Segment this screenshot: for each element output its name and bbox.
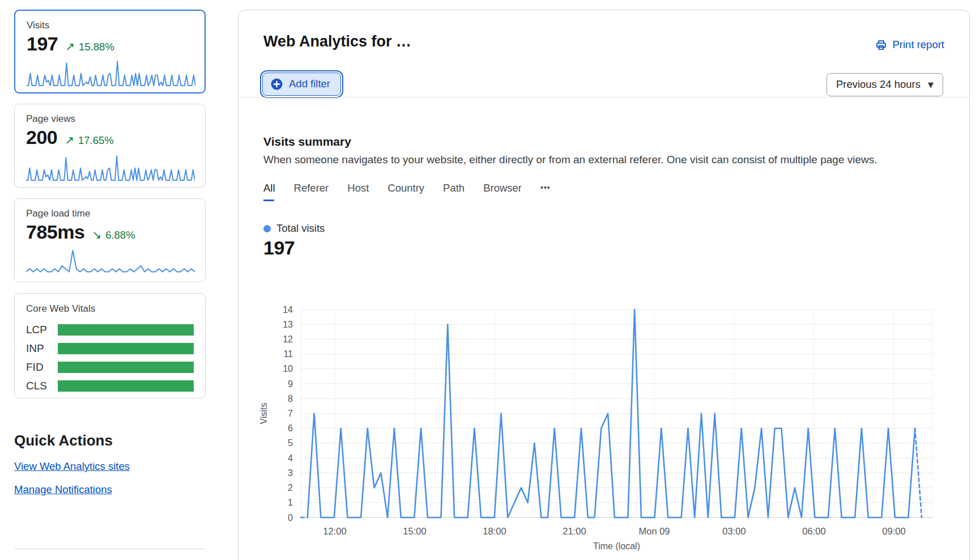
tab-browser[interactable]: Browser	[483, 182, 522, 201]
tab-path[interactable]: Path	[443, 182, 465, 201]
metric-value: 785ms	[26, 221, 84, 243]
metric-delta: 6.88%	[105, 229, 135, 241]
trend-up-icon: ↗	[65, 40, 75, 53]
svg-text:Visits: Visits	[259, 403, 269, 425]
metric-value-row: 197↗15.88%	[27, 33, 193, 55]
vital-label: LCP	[26, 324, 58, 336]
metric-title: Page views	[26, 113, 194, 125]
plus-circle-icon	[271, 78, 283, 90]
vital-status-fill	[58, 324, 194, 336]
svg-text:03:00: 03:00	[722, 526, 745, 536]
add-filter-button[interactable]: Add filter	[262, 73, 341, 96]
svg-text:2: 2	[288, 483, 293, 493]
svg-text:11: 11	[283, 349, 293, 359]
link-view-web-analytics-sites[interactable]: View Web Analytics sites	[14, 460, 130, 473]
svg-text:5: 5	[288, 438, 293, 448]
metric-title: Visits	[27, 20, 193, 31]
divider	[14, 549, 206, 549]
svg-text:8: 8	[288, 394, 293, 404]
vital-row-fid: FID	[26, 361, 194, 374]
vital-label: CLS	[26, 380, 58, 392]
svg-text:21:00: 21:00	[563, 526, 586, 536]
trend-up-icon: ↗	[65, 133, 74, 147]
printer-icon	[875, 39, 887, 51]
more-tabs-button[interactable]: •••	[540, 183, 551, 200]
vital-status-fill	[58, 343, 194, 354]
analytics-panel: Web Analytics for … Print report Add fil…	[238, 10, 970, 560]
tab-country[interactable]: Country	[387, 182, 424, 201]
metric-value-row: 785ms↘6.88%	[26, 221, 194, 243]
metric-title: Page load time	[26, 208, 194, 219]
vital-row-lcp: LCP	[26, 324, 194, 336]
section-title: Visits summary	[263, 135, 351, 149]
page: Visits197↗15.88%Page views200↗17.65%Page…	[0, 0, 980, 560]
svg-text:4: 4	[288, 453, 293, 463]
legend-dot-icon	[263, 225, 271, 232]
svg-text:12: 12	[283, 334, 293, 344]
svg-text:10: 10	[283, 364, 293, 374]
quick-actions-title: Quick Actions	[14, 432, 130, 449]
svg-text:9: 9	[288, 379, 293, 389]
caret-down-icon: ▼	[928, 80, 934, 89]
print-report-link[interactable]: Print report	[875, 39, 944, 51]
link-manage-notifications[interactable]: Manage Notifications	[14, 483, 112, 496]
svg-text:18:00: 18:00	[483, 526, 506, 536]
dimension-tabs: AllRefererHostCountryPathBrowser•••	[263, 182, 551, 201]
metric-value: 200	[26, 126, 57, 149]
svg-text:13: 13	[283, 320, 293, 329]
add-filter-label: Add filter	[289, 78, 330, 90]
vital-status-bar	[58, 380, 194, 392]
svg-text:09:00: 09:00	[882, 526, 905, 536]
legend-label: Total visits	[276, 222, 325, 235]
visits-line-chart: 12:0015:0018:0021:00Mon 0903:0006:0009:0…	[250, 301, 964, 559]
total-visits-value: 197	[263, 237, 295, 259]
vital-status-bar	[58, 324, 194, 336]
vitals-rows: LCPINPFIDCLS	[26, 324, 194, 392]
vital-row-inp: INP	[26, 342, 194, 355]
svg-text:1: 1	[288, 498, 293, 507]
svg-text:12:00: 12:00	[323, 526, 346, 536]
divider	[238, 97, 969, 97]
metric-delta: 15.88%	[79, 41, 114, 53]
metric-value-row: 200↗17.65%	[26, 126, 194, 149]
vital-label: INP	[26, 342, 58, 355]
quick-links: View Web Analytics sitesManage Notificat…	[14, 460, 130, 496]
section-description: When someone navigates to your website, …	[263, 154, 877, 166]
svg-text:6: 6	[288, 423, 293, 433]
svg-text:7: 7	[288, 409, 293, 418]
vital-status-bar	[58, 343, 194, 354]
svg-text:14: 14	[283, 305, 293, 315]
svg-text:Time (local): Time (local)	[593, 541, 640, 551]
vital-status-fill	[58, 380, 194, 392]
sidebar: Visits197↗15.88%Page views200↗17.65%Page…	[14, 0, 206, 560]
svg-text:06:00: 06:00	[802, 526, 825, 536]
card-title: Core Web Vitals	[26, 303, 194, 315]
date-range-label: Previous 24 hours	[836, 78, 921, 91]
print-report-label: Print report	[892, 39, 944, 51]
metric-card-page-load-time[interactable]: Page load time785ms↘6.88%	[14, 198, 206, 282]
sparkline-chart	[27, 60, 195, 87]
vital-row-cls: CLS	[26, 380, 194, 392]
svg-text:0: 0	[288, 513, 293, 523]
metric-card-visits[interactable]: Visits197↗15.88%	[14, 10, 206, 94]
metric-value: 197	[27, 33, 58, 55]
tab-all[interactable]: All	[263, 182, 275, 201]
metric-delta: 17.65%	[78, 134, 114, 147]
svg-text:3: 3	[288, 468, 293, 478]
tab-referer[interactable]: Referer	[294, 182, 329, 201]
date-range-dropdown[interactable]: Previous 24 hours ▼	[826, 73, 943, 96]
core-web-vitals-card: Core Web Vitals LCPINPFIDCLS	[14, 293, 206, 398]
legend-total-visits[interactable]: Total visits	[263, 222, 325, 235]
sparkline-chart	[26, 249, 195, 276]
vital-label: FID	[26, 361, 58, 374]
quick-actions: Quick Actions View Web Analytics sitesMa…	[14, 432, 130, 496]
metric-card-page-views[interactable]: Page views200↗17.65%	[14, 104, 206, 188]
vital-status-fill	[58, 362, 194, 373]
trend-down-icon: ↘	[92, 228, 101, 241]
sparkline-chart	[26, 154, 195, 181]
tab-host[interactable]: Host	[347, 182, 369, 201]
svg-text:15:00: 15:00	[403, 526, 426, 536]
page-title: Web Analytics for …	[263, 33, 411, 50]
svg-text:Mon 09: Mon 09	[638, 526, 670, 536]
vital-status-bar	[58, 362, 194, 373]
